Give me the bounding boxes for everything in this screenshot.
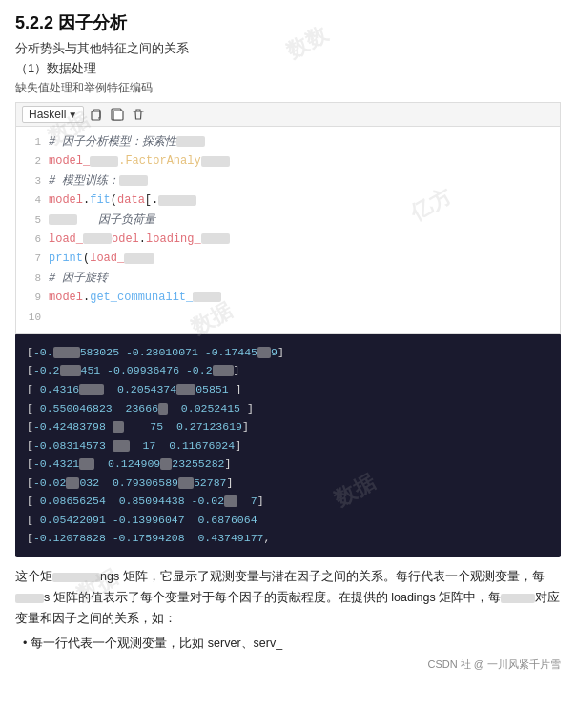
language-selector[interactable]: Haskell ▼: [22, 106, 84, 123]
code-line-3: 3 # 模型训练：: [16, 172, 560, 191]
code-line-2: 2 model_.FactorAnaly: [16, 152, 560, 171]
toolbar-delete-icon[interactable]: [130, 106, 147, 123]
code-line-10: 10: [16, 308, 560, 327]
code-line-8: 8 # 因子旋转: [16, 269, 560, 288]
chevron-down-icon: ▼: [68, 110, 77, 120]
output-line-4: [ 0.550046823 23666 0.0252415 ]: [27, 399, 549, 418]
language-label: Haskell: [29, 108, 66, 121]
desc-intro: 这个矩ngs 矩阵，它显示了观测变量与潜在因子之间的关系。每行代表一个观测变量，…: [15, 567, 561, 630]
code-line-5: 5 因子负荷量: [16, 211, 560, 230]
output-line-11: [-0.12078828 -0.17594208 0.43749177,: [27, 529, 549, 548]
output-line-6: [-0.08314573 17 0.11676024]: [27, 436, 549, 455]
code-line-4: 4 model.fit(data[.: [16, 191, 560, 210]
code-editor: 1 # 因子分析模型：探索性 2 model_.FactorAnaly 3 # …: [15, 126, 561, 334]
output-line-7: [-0.4321 0.12490923255282]: [27, 455, 549, 474]
output-line-2: [-0.2451 -0.09936476 -0.2]: [27, 361, 549, 380]
code-line-9: 9 model.get_communalit_: [16, 288, 560, 307]
section-desc: 缺失值处理和举例特征编码: [15, 80, 561, 96]
attribution: CSDN 社 @ 一川风紧千片雪: [15, 657, 561, 672]
output-line-8: [-0.02032 0.7930658952787]: [27, 474, 549, 493]
output-line-1: [-0.583025 -0.28010071 -0.174459]: [27, 343, 549, 362]
svg-rect-0: [92, 111, 100, 120]
output-line-3: [ 0.4316 0.205437405851 ]: [27, 380, 549, 399]
code-line-7: 7 print(load_: [16, 249, 560, 268]
section-title: 5.2.2 因子分析: [15, 11, 561, 34]
output-line-5: [-0.42483798 75 0.27123619]: [27, 417, 549, 436]
output-line-9: [ 0.08656254 0.85094438 -0.02 7]: [27, 492, 549, 511]
toolbar-copy-icon[interactable]: [88, 106, 105, 123]
code-line-6: 6 load_odel.loading_: [16, 230, 560, 249]
description-block: 这个矩ngs 矩阵，它显示了观测变量与潜在因子之间的关系。每行代表一个观测变量，…: [15, 567, 561, 655]
toolbar-duplicate-icon[interactable]: [109, 106, 126, 123]
section-step: （1）数据处理: [15, 60, 561, 77]
code-toolbar: Haskell ▼: [15, 102, 561, 126]
section-subtitle: 分析势头与其他特征之间的关系: [15, 40, 561, 57]
svg-rect-2: [113, 111, 123, 120]
output-block: [-0.583025 -0.28010071 -0.174459] [-0.24…: [15, 334, 561, 557]
desc-list-item-1: 每一行代表一个观测变量，比如 server、serv_: [23, 634, 561, 655]
code-line-1: 1 # 因子分析模型：探索性: [16, 132, 560, 152]
output-line-10: [ 0.05422091 -0.13996047 0.6876064: [27, 511, 549, 530]
